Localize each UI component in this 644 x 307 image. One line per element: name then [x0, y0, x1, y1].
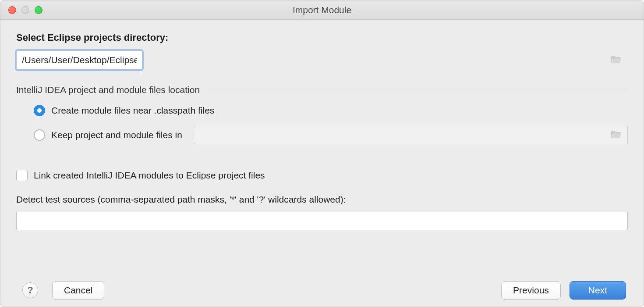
radio-keep-files-in[interactable]: Keep project and module files in — [34, 126, 628, 144]
window-title: Import Module — [293, 5, 351, 15]
detect-test-sources-label: Detect test sources (comma-separated pat… — [16, 194, 628, 205]
cancel-button[interactable]: Cancel — [52, 281, 104, 300]
files-location-section: IntelliJ IDEA project and module files l… — [16, 85, 628, 154]
close-window-button[interactable] — [8, 6, 16, 14]
radio-label-keep: Keep project and module files in — [51, 130, 182, 140]
radio-label-create: Create module files near .classpath file… — [51, 105, 214, 116]
link-modules-label: Link created IntelliJ IDEA modules to Ec… — [34, 170, 265, 181]
previous-button[interactable]: Previous — [501, 281, 561, 300]
files-location-legend: IntelliJ IDEA project and module files l… — [16, 85, 207, 95]
radio-create-near-classpath[interactable]: Create module files near .classpath file… — [34, 105, 628, 116]
help-button[interactable]: ? — [22, 282, 38, 298]
window-controls — [0, 6, 42, 14]
checkbox-icon — [16, 170, 28, 181]
import-module-dialog: Import Module Select Eclipse projects di… — [0, 0, 644, 307]
browse-folder-icon[interactable] — [610, 55, 622, 66]
dialog-content: Select Eclipse projects directory: Intel… — [0, 20, 644, 276]
minimize-window-button[interactable] — [21, 6, 29, 14]
directory-input[interactable] — [16, 50, 142, 70]
detect-test-sources-input[interactable] — [16, 211, 628, 230]
maximize-window-button[interactable] — [35, 6, 42, 14]
radio-icon — [34, 129, 45, 141]
dialog-footer: ? Cancel Previous Next — [0, 276, 644, 307]
link-modules-checkbox-row[interactable]: Link created IntelliJ IDEA modules to Ec… — [16, 170, 628, 181]
radio-icon — [34, 105, 45, 116]
titlebar: Import Module — [0, 0, 644, 20]
keep-path-input — [194, 126, 628, 144]
select-directory-label: Select Eclipse projects directory: — [16, 32, 628, 43]
next-button[interactable]: Next — [570, 281, 626, 300]
separator — [207, 90, 628, 90]
